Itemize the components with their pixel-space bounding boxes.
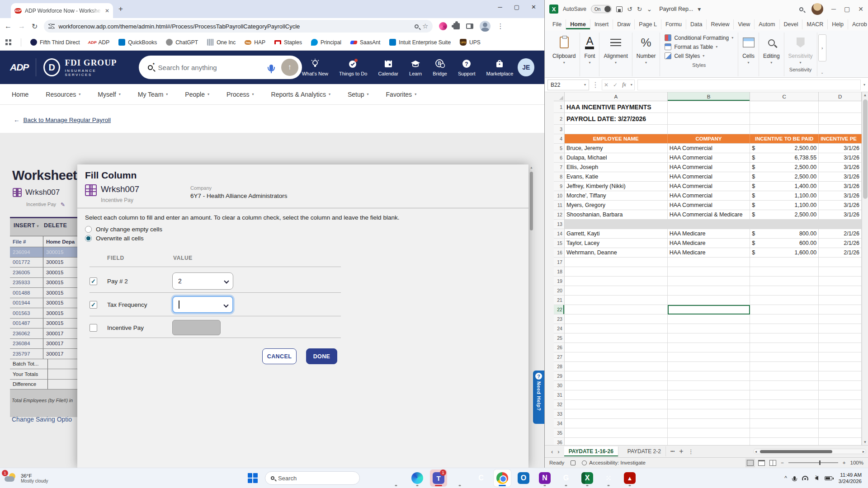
ribbon-tab-formu[interactable]: Formu [661,19,686,29]
grid-cell[interactable] [819,371,862,381]
prev-sheet-icon[interactable]: ‹ [551,448,553,455]
sheet-options-icon[interactable]: ⋮ [688,448,694,455]
nav-item-setup[interactable]: Setup▾ [348,91,369,98]
grid-cell[interactable] [565,400,668,409]
grid-cell[interactable] [668,390,750,400]
grid-cell[interactable] [819,314,862,324]
grid-cell[interactable] [819,390,862,400]
grid-cell[interactable] [750,296,819,305]
row-header-24[interactable]: 24 [554,324,565,333]
row-header-22[interactable]: 22 [554,305,565,314]
nav-item-home[interactable]: Home [12,91,28,98]
autosave-toggle[interactable]: On [591,5,612,13]
grid-cell[interactable]: INCENTIVE TO BE PAID [750,134,819,144]
start-button[interactable] [248,473,258,483]
battery-icon[interactable] [825,476,832,480]
grid-cell[interactable]: HAA Medicare [668,248,750,258]
grid-cell[interactable] [750,428,819,438]
row-header-23[interactable]: 23 [554,314,565,324]
grid-cell[interactable] [750,101,819,113]
grid-cell[interactable] [668,438,750,445]
row-header-19[interactable]: 19 [554,277,565,286]
grid-cell[interactable] [668,381,750,390]
row-header-2[interactable]: 2 [554,113,565,125]
tab-close-icon[interactable]: ✕ [105,8,109,14]
grid-cell[interactable] [750,400,819,409]
row-header-7[interactable]: 7 [554,163,565,172]
extensions-puzzle-icon[interactable] [453,23,460,29]
grid-cell[interactable] [565,362,668,371]
grid-cell[interactable] [819,305,862,314]
grid-cell[interactable]: 3/1/26 [819,153,862,163]
grid-cell[interactable] [565,258,668,267]
row-header-30[interactable]: 30 [554,381,565,390]
row-header-35[interactable]: 35 [554,428,565,438]
grid-cell[interactable]: $6,738.55 [750,153,819,163]
scrollbar-thumb[interactable] [760,450,832,453]
bookmark-ups[interactable]: UPSUPS [460,39,481,46]
zoom-out-icon[interactable]: − [781,460,784,465]
refresh-button[interactable]: ↻ [32,22,38,31]
grid-cell[interactable]: Shooshanian, Barbara [565,210,668,220]
row-header-3[interactable]: 3 [554,125,565,134]
cancel-button[interactable]: CANCEL [262,348,297,364]
new-tab-button[interactable]: + [118,5,123,14]
ribbon-tab-devel[interactable]: Devel [780,19,803,29]
excel-search-icon[interactable] [799,7,803,11]
grid-cell[interactable]: HAA Commercial [668,144,750,153]
tax-frequency-select[interactable] [172,296,233,313]
grid-cell[interactable] [750,419,819,428]
conditional-formatting-button[interactable]: Conditional Formatting ▾ [665,34,733,41]
back-button[interactable]: ← [5,22,12,30]
grid-cell[interactable]: $2,500.00 [750,210,819,220]
ribbon-tab-review[interactable]: Review [707,19,734,29]
ribbon-tab-macr[interactable]: MACR [802,19,828,29]
grid-cell[interactable]: HAA Commercial [668,163,750,172]
grid-cell[interactable] [668,258,750,267]
radio-icon-selected[interactable] [85,235,92,242]
grid-cell[interactable]: 3/1/26 [819,191,862,201]
row-header-27[interactable]: 27 [554,352,565,362]
forward-button[interactable]: → [18,22,25,30]
wifi-icon[interactable] [802,476,808,480]
grid-cell[interactable]: HAA Medicare [668,239,750,248]
grid-cell[interactable] [750,324,819,333]
excel-user-avatar[interactable] [811,3,823,15]
nav-item-resources[interactable]: Resources▾ [46,91,80,98]
select-all-corner[interactable] [554,92,565,101]
pay2-checkbox[interactable]: ✓ [90,277,97,285]
tax-frequency-checkbox[interactable]: ✓ [90,301,97,309]
radio-only-empty-cells[interactable]: Only change empty cells [85,226,162,233]
radio-icon[interactable] [85,226,92,233]
clipboard-group[interactable]: Clipboard ▾ [548,33,580,76]
bookmark-quickbooks[interactable]: QuickBooks [118,39,157,46]
taskbar-app-onenote[interactable]: N [536,469,553,487]
grid-cell[interactable] [668,125,750,134]
grid-cell[interactable]: COMPANY [668,134,750,144]
grid-cell[interactable]: HAA Commercial [668,201,750,210]
grid-cell[interactable]: $800.00 [750,229,819,239]
browser-maximize-button[interactable]: ▢ [514,4,519,10]
grid-cell[interactable]: $1,600.00 [750,248,819,258]
grid-cell[interactable] [668,101,750,113]
grid-cell[interactable] [819,113,862,125]
grid-cell[interactable] [819,267,862,277]
grid-cell[interactable]: Garrett, Kayti [565,229,668,239]
grid-cell[interactable] [668,324,750,333]
grid-cell[interactable]: 3/1/26 [819,182,862,191]
grid-cell[interactable] [819,409,862,419]
undo-icon[interactable]: ↺ [627,5,632,13]
radio-overwrite-all-cells[interactable]: Overwrite all cells [85,235,144,242]
back-to-payroll-link[interactable]: ← Back to Manage Regular Payroll [14,117,111,123]
column-header-D[interactable]: D [819,92,862,101]
grid-cell[interactable]: Ellis, Joseph [565,163,668,172]
nav-item-myself[interactable]: Myself▾ [98,91,120,98]
cells-group[interactable]: Cells ▾ [738,33,759,76]
grid-cell[interactable] [668,333,750,343]
grid-cell[interactable] [819,101,862,113]
grid-cell[interactable] [565,277,668,286]
grid-cell[interactable]: HAA INCENTIVE PAYMENTS [565,101,668,113]
grid-cell[interactable] [565,314,668,324]
taskbar-app-remote-pc[interactable] [451,469,468,487]
grid-cell[interactable]: Dulapa, Michael [565,153,668,163]
